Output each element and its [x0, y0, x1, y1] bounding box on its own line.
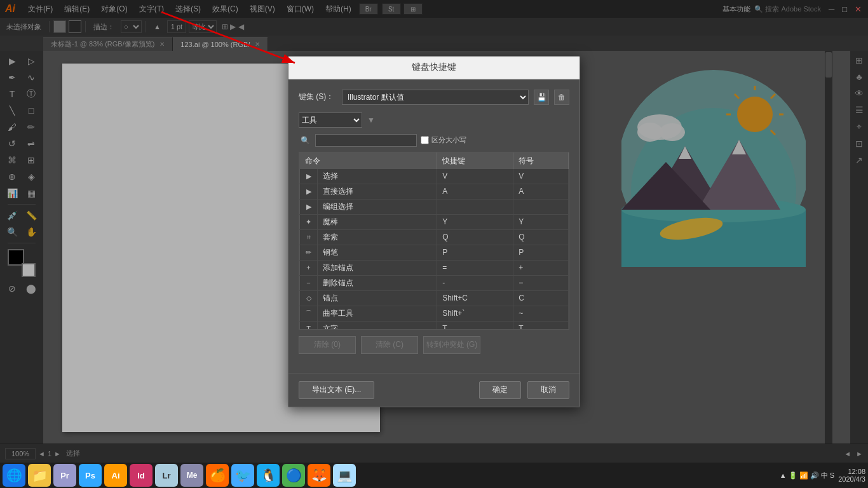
delete-keyset-btn[interactable]: 🗑 [554, 90, 569, 105]
table-row[interactable]: − 删除锚点 - − [300, 275, 569, 290]
cmd-icon-cell: ✏ [300, 245, 318, 260]
table-row[interactable]: ⌒ 曲率工具 Shift+` ~ [300, 306, 569, 321]
cmd-name-cell: 编组选择 [318, 199, 437, 214]
export-text-btn[interactable]: 导出文本 (E)... [299, 381, 374, 399]
clock-time: 12:08 [838, 468, 865, 475]
cmd-symbol-cell: P [513, 245, 569, 260]
cmd-symbol-cell: − [513, 275, 569, 290]
clear-btn[interactable]: 清除 (0) [299, 336, 356, 354]
svg-line-21 [161, 12, 295, 63]
cmd-symbol-cell: C [513, 290, 569, 306]
taskbar-media-enc[interactable]: Me [180, 464, 203, 487]
cmd-icon-cell: ▶ [300, 169, 318, 184]
cmd-symbol-cell: Q [513, 229, 569, 245]
sys-tray-icons: ▲ 🔋 📶 🔊 中 S [780, 471, 835, 480]
cmd-shortcut-cell[interactable]: P [437, 245, 513, 260]
cmd-shortcut-cell[interactable]: T [437, 321, 513, 330]
cmd-icon-cell: T [300, 321, 318, 330]
taskbar-chrome[interactable]: 🔵 [282, 464, 305, 487]
cmd-symbol-cell [513, 199, 569, 214]
cmd-name-cell: 钢笔 [318, 245, 437, 260]
cmd-shortcut-cell[interactable]: Shift+` [437, 306, 513, 321]
cmd-shortcut-cell[interactable]: Q [437, 229, 513, 245]
keyset-row: 键集 (S)： Illustrator 默认值 💾 🗑 [299, 90, 569, 105]
taskbar-qq[interactable]: 🐧 [257, 464, 280, 487]
footer-confirm-btns: 确定 取消 [479, 381, 569, 399]
taskbar-indesign[interactable]: Id [130, 464, 153, 487]
save-keyset-btn[interactable]: 💾 [534, 90, 549, 105]
cmd-shortcut-cell[interactable] [437, 199, 513, 214]
table-row[interactable]: ▶ 选择 V V [300, 169, 569, 184]
taskbar-browser[interactable]: 🌐 [3, 464, 25, 487]
taskbar-lightroom[interactable]: Lr [155, 464, 178, 487]
search-row: 🔍 区分大小写 [299, 134, 569, 147]
cmd-name-cell: 套索 [318, 229, 437, 245]
keyset-label: 键集 (S)： [299, 92, 337, 102]
cmd-symbol-cell: V [513, 169, 569, 184]
taskbar: 🌐 📁 Pr Ps Ai Id Lr Me 🍊 🐦 🐧 🔵 🦊 💻 ▲ 🔋 📶 … [0, 463, 868, 488]
dialog-overlay: 键盘快捷键 键集 (S)： Illustrator 默认值 💾 🗑 工具 菜单命… [0, 0, 868, 463]
case-label: 区分大小写 [431, 135, 466, 145]
clock-date: 2020/4/3 [838, 475, 865, 483]
dialog-body: 键集 (S)： Illustrator 默认值 💾 🗑 工具 菜单命令 ▼ 🔍 [288, 79, 580, 373]
cat-arrow: ▼ [367, 116, 375, 125]
ok-btn[interactable]: 确定 [479, 381, 521, 399]
cmd-icon-cell: ◇ [300, 290, 318, 306]
table-row[interactable]: ✏ 钢笔 P P [300, 245, 569, 260]
cmd-name-cell: 直接选择 [318, 184, 437, 199]
dialog-title: 键盘快捷键 [412, 62, 456, 73]
cmd-name-cell: 添加锚点 [318, 260, 437, 275]
cmd-name-cell: 删除锚点 [318, 275, 437, 290]
cmd-shortcut-cell[interactable]: Y [437, 214, 513, 229]
cmd-icon-cell: ⌗ [300, 229, 318, 245]
cmd-icon-cell: ▶ [300, 199, 318, 214]
search-input[interactable] [315, 134, 417, 147]
taskbar-files[interactable]: 📁 [28, 464, 51, 487]
cmd-name-cell: 文字 [318, 321, 437, 330]
taskbar-firefox[interactable]: 🦊 [308, 464, 330, 487]
taskbar-app8[interactable]: 🍊 [206, 464, 229, 487]
case-check: 区分大小写 [421, 135, 466, 145]
taskbar-photoshop[interactable]: Ps [79, 464, 102, 487]
cmd-icon-cell: ✦ [300, 214, 318, 229]
table-row[interactable]: ▶ 直接选择 A A [300, 184, 569, 199]
cmd-name-cell: 锚点 [318, 290, 437, 306]
cmd-symbol-cell: T [513, 321, 569, 330]
keyset-select[interactable]: Illustrator 默认值 [342, 90, 529, 105]
table-row[interactable]: T 文字 T T [300, 321, 569, 330]
commands-table-wrap[interactable]: 命令 快捷键 符号 ▶ 选择 V V ▶ 直接选择 A A ▶ 编组选择 [299, 152, 569, 330]
taskbar-app12[interactable]: 💻 [333, 464, 356, 487]
keyboard-shortcuts-dialog: 键盘快捷键 键集 (S)： Illustrator 默认值 💾 🗑 工具 菜单命… [288, 56, 580, 407]
commands-tbody: ▶ 选择 V V ▶ 直接选择 A A ▶ 编组选择 ✦ 魔棒 Y Y ⌗ 套索… [300, 169, 569, 330]
taskbar-premiere[interactable]: Pr [53, 464, 76, 487]
cmd-shortcut-cell[interactable]: Shift+C [437, 290, 513, 306]
table-header-row: 命令 快捷键 符号 [300, 152, 569, 169]
cmd-shortcut-cell[interactable]: A [437, 184, 513, 199]
table-row[interactable]: + 添加锚点 = + [300, 260, 569, 275]
case-checkbox[interactable] [421, 136, 429, 144]
cmd-icon-cell: + [300, 260, 318, 275]
search-icon: 🔍 [299, 134, 311, 147]
col-shortcut: 快捷键 [437, 152, 513, 169]
table-row[interactable]: ◇ 锚点 Shift+C C [300, 290, 569, 306]
taskbar-illustrator[interactable]: Ai [104, 464, 127, 487]
cancel-btn[interactable]: 取消 [527, 381, 569, 399]
cmd-shortcut-cell[interactable]: - [437, 275, 513, 290]
action-buttons-row: 清除 (0) 清除 (C) 转到冲突处 (G) [299, 336, 569, 354]
col-symbol: 符号 [513, 152, 569, 169]
taskbar-app9[interactable]: 🐦 [231, 464, 254, 487]
sys-clock: 12:08 2020/4/3 [838, 468, 865, 483]
cmd-shortcut-cell[interactable]: = [437, 260, 513, 275]
cmd-shortcut-cell[interactable]: V [437, 169, 513, 184]
cmd-icon-cell: − [300, 275, 318, 290]
table-row[interactable]: ▶ 编组选择 [300, 199, 569, 214]
goto-conflict-btn[interactable]: 转到冲突处 (G) [423, 336, 480, 354]
category-select[interactable]: 工具 菜单命令 [299, 112, 362, 128]
clear-c-btn[interactable]: 清除 (C) [361, 336, 418, 354]
table-row[interactable]: ⌗ 套索 Q Q [300, 229, 569, 245]
cmd-symbol-cell: ~ [513, 306, 569, 321]
cmd-symbol-cell: + [513, 260, 569, 275]
dialog-titlebar: 键盘快捷键 [288, 57, 580, 79]
cmd-icon-cell: ⌒ [300, 306, 318, 321]
table-row[interactable]: ✦ 魔棒 Y Y [300, 214, 569, 229]
